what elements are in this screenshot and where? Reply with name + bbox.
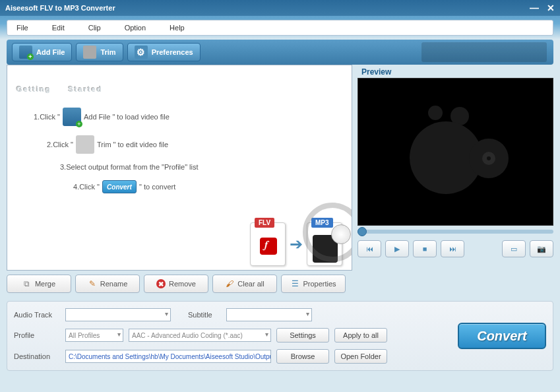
subtitle-label: Subtitle <box>188 311 221 319</box>
titlebar: Aiseesoft FLV to MP3 Converter — ✕ <box>0 0 560 16</box>
clear-all-button[interactable]: 🖌Clear all <box>212 275 277 293</box>
menubar: File Edit Clip Option Help <box>7 20 553 36</box>
settings-button[interactable]: Settings <box>276 328 329 343</box>
step-3: 3.Select output format from the "Profile… <box>60 163 342 171</box>
main-panel: Getting Started 1.Click " Add File " to … <box>7 65 352 271</box>
flv-file-icon: FLV <box>250 222 286 266</box>
trim-icon <box>83 46 96 59</box>
remove-button[interactable]: ✖Remove <box>144 275 208 293</box>
rename-button[interactable]: ✎Rename <box>75 275 140 293</box>
add-file-button[interactable]: Add File <box>12 43 72 61</box>
remove-icon: ✖ <box>156 279 166 288</box>
audio-track-label: Audio Track <box>14 311 60 319</box>
destination-input[interactable]: C:\Documents and Settings\hb\My Document… <box>65 350 271 363</box>
trim-button[interactable]: Trim <box>76 43 123 61</box>
convert-mini-icon: Convert <box>102 180 137 193</box>
merge-icon: ⧉ <box>22 279 32 288</box>
bottom-panel: Audio Track Subtitle Profile All Profile… <box>7 301 553 371</box>
preferences-button[interactable]: Preferences <box>127 43 201 61</box>
playback-controls: ⏮ ▶ ■ ⏭ ▭ 📷 <box>358 240 553 257</box>
add-file-icon <box>19 46 32 59</box>
step-2: 2.Click " Trim " to edit video file <box>47 135 342 154</box>
properties-icon: ☰ <box>290 279 299 288</box>
rename-icon: ✎ <box>88 279 97 288</box>
fullscreen-button[interactable]: ▭ <box>502 240 526 257</box>
trim-label: Trim <box>100 48 115 56</box>
seek-slider[interactable] <box>358 230 553 234</box>
add-file-label: Add File <box>36 48 65 56</box>
stop-button[interactable]: ■ <box>413 240 437 257</box>
profile-label: Profile <box>14 331 60 339</box>
step-1: 1.Click " Add File " to load video file <box>34 108 342 126</box>
logo-watermark <box>403 106 509 198</box>
merge-button[interactable]: ⧉Merge <box>7 275 71 293</box>
next-button[interactable]: ⏭ <box>441 240 464 257</box>
window-controls: — ✕ <box>530 3 555 13</box>
menu-file[interactable]: File <box>13 22 32 33</box>
profile-format-select[interactable]: AAC - Advanced Audio Coding (*.aac) <box>129 329 271 342</box>
trim-icon <box>76 135 94 154</box>
snapshot-button[interactable]: 📷 <box>530 240 553 257</box>
destination-label: Destination <box>14 352 60 360</box>
apply-all-button[interactable]: Apply to all <box>334 328 387 343</box>
menu-clip[interactable]: Clip <box>84 22 105 33</box>
toolbar: Add File Trim Preferences <box>7 40 553 65</box>
browse-button[interactable]: Browse <box>276 349 329 364</box>
audio-track-select[interactable] <box>65 308 171 321</box>
preferences-label: Preferences <box>152 48 193 56</box>
clear-icon: 🖌 <box>225 279 234 288</box>
play-button[interactable]: ▶ <box>385 240 409 257</box>
arrow-icon: ➔ <box>290 235 303 253</box>
window-title: Aiseesoft FLV to MP3 Converter <box>5 4 530 12</box>
open-folder-button[interactable]: Open Folder <box>334 349 387 364</box>
step-4: 4.Click " Convert " to convert <box>73 180 342 193</box>
close-button[interactable]: ✕ <box>547 3 555 13</box>
action-row: ⧉Merge ✎Rename ✖Remove 🖌Clear all ☰Prope… <box>7 275 553 293</box>
convert-button[interactable]: Convert <box>458 323 546 349</box>
menu-edit[interactable]: Edit <box>48 22 69 33</box>
app-window: Aiseesoft FLV to MP3 Converter — ✕ File … <box>0 0 560 392</box>
preview-screen <box>358 78 553 226</box>
getting-started-title: Getting Started <box>16 77 342 96</box>
add-file-icon <box>63 108 81 126</box>
subtitle-select[interactable] <box>226 308 312 321</box>
minimize-button[interactable]: — <box>530 3 539 13</box>
form-column: Audio Track Subtitle Profile All Profile… <box>14 308 387 364</box>
preview-panel: Preview ⏮ ▶ ■ ⏭ ▭ 📷 <box>358 65 553 271</box>
menu-option[interactable]: Option <box>121 22 150 33</box>
conversion-graphic: FLV ➔ MP3 <box>250 222 342 266</box>
properties-button[interactable]: ☰Properties <box>281 275 346 293</box>
prev-button[interactable]: ⏮ <box>358 240 381 257</box>
menu-help[interactable]: Help <box>166 22 189 33</box>
gear-icon <box>135 46 148 59</box>
preview-title: Preview <box>358 65 553 78</box>
profile-category-select[interactable]: All Profiles <box>65 329 123 342</box>
